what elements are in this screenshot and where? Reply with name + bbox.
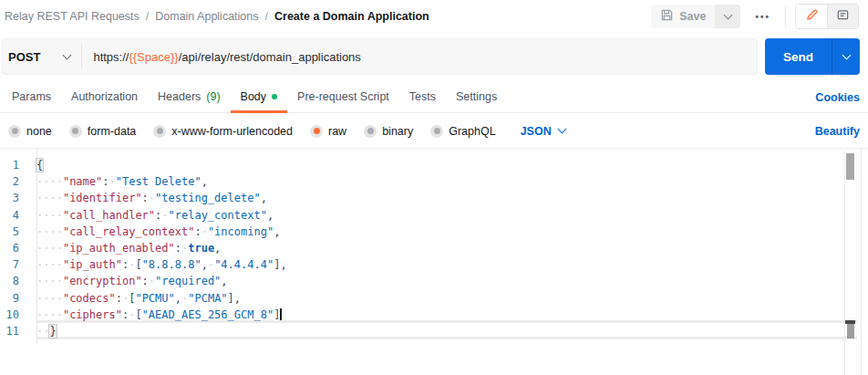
chevron-down-icon bbox=[724, 10, 733, 19]
tab-params[interactable]: Params bbox=[2, 82, 61, 113]
line-number: 1 bbox=[0, 157, 30, 173]
topbar-divider bbox=[785, 5, 786, 27]
code-line[interactable]: 4····"call_handler":·"relay_context", bbox=[0, 207, 868, 224]
code-line[interactable]: 9····"codecs":·["PCMU",·"PCMA"], bbox=[0, 290, 868, 307]
code-line[interactable]: 11··} bbox=[0, 323, 868, 339]
overview-cursor-marker-body bbox=[847, 324, 854, 339]
postman-request-window: Relay REST API Requests / Domain Applica… bbox=[0, 0, 868, 375]
code-content: ····"encryption":·"required", bbox=[30, 273, 228, 289]
save-button-group: Save bbox=[651, 5, 740, 28]
raw-format-label: JSON bbox=[521, 125, 552, 138]
radio-form-data[interactable]: form-data bbox=[69, 125, 137, 138]
edit-comment-group bbox=[795, 4, 859, 29]
tab-authorization[interactable]: Authorization bbox=[61, 82, 148, 113]
line-number: 7 bbox=[0, 256, 30, 273]
url-environment-variable: {{Space}} bbox=[129, 50, 178, 64]
code-line[interactable]: 6····"ip_auth_enabled":·true, bbox=[0, 240, 868, 256]
code-content: ····"name":·"Test Delete", bbox=[30, 173, 208, 190]
tab-label: Settings bbox=[456, 90, 497, 103]
save-options-button[interactable] bbox=[715, 5, 740, 28]
chevron-down-icon bbox=[557, 125, 566, 134]
line-number: 2 bbox=[0, 173, 30, 190]
tab-settings[interactable]: Settings bbox=[446, 82, 507, 113]
breadcrumb-separator: / bbox=[146, 10, 149, 23]
method-selector[interactable]: POST bbox=[3, 39, 81, 74]
body-type-options: none form-data x-www-form-urlencoded raw… bbox=[0, 114, 868, 149]
code-content: ····"ip_auth":·["8.8.8.8",·"4.4.4.4"], bbox=[30, 256, 287, 273]
radio-graphql[interactable]: GraphQL bbox=[430, 125, 495, 138]
code-line[interactable]: 1{ bbox=[0, 157, 868, 173]
request-bar: POST https://{{Space}}/api/relay/rest/do… bbox=[2, 38, 860, 75]
comment-icon bbox=[836, 8, 850, 26]
code-line[interactable]: 8····"encryption":·"required", bbox=[0, 273, 868, 289]
tab-label: Body bbox=[241, 90, 267, 103]
chevron-down-icon bbox=[63, 50, 72, 59]
code-line[interactable]: 10····"ciphers":·["AEAD_AES_256_GCM_8"] bbox=[0, 307, 868, 323]
send-options-button[interactable] bbox=[832, 38, 860, 75]
breadcrumb-folder[interactable]: Domain Applications bbox=[155, 10, 258, 23]
save-button[interactable]: Save bbox=[651, 5, 715, 28]
radio-label: GraphQL bbox=[449, 125, 495, 138]
save-icon bbox=[660, 8, 674, 25]
code-content: ··} bbox=[30, 323, 57, 339]
code-line[interactable]: 3····"identifier":·"testing_delete", bbox=[0, 190, 868, 206]
beautify-link[interactable]: Beautify bbox=[815, 125, 860, 138]
comments-button[interactable] bbox=[827, 5, 858, 28]
cookies-link[interactable]: Cookies bbox=[815, 91, 860, 104]
chevron-down-icon bbox=[842, 50, 851, 59]
tab-body[interactable]: Body bbox=[231, 82, 288, 113]
edit-request-button[interactable] bbox=[796, 5, 827, 28]
radio-label: binary bbox=[382, 125, 413, 138]
code-content: ····"identifier":·"testing_delete", bbox=[30, 190, 267, 206]
radio-icon bbox=[153, 125, 166, 138]
radio-label: form-data bbox=[88, 125, 137, 138]
line-number: 3 bbox=[0, 190, 30, 206]
line-number: 11 bbox=[0, 323, 30, 339]
url-bar: POST https://{{Space}}/api/relay/rest/do… bbox=[2, 38, 758, 75]
radio-icon bbox=[430, 125, 443, 138]
url-prefix: https:// bbox=[93, 50, 129, 64]
tab-label: Params bbox=[12, 90, 51, 103]
line-number: 6 bbox=[0, 240, 30, 256]
radio-binary[interactable]: binary bbox=[364, 125, 413, 138]
line-number: 8 bbox=[0, 273, 30, 289]
scrollbar-thumb[interactable] bbox=[846, 153, 854, 180]
tab-tests[interactable]: Tests bbox=[399, 82, 446, 113]
body-modified-dot bbox=[272, 94, 277, 99]
code-line[interactable]: 7····"ip_auth":·["8.8.8.8",·"4.4.4.4"], bbox=[0, 256, 868, 273]
radio-icon bbox=[8, 125, 21, 138]
text-cursor bbox=[280, 308, 282, 320]
tab-headers[interactable]: Headers(9) bbox=[148, 82, 231, 113]
tab-pre-request-script[interactable]: Pre-request Script bbox=[287, 82, 399, 113]
line-number: 10 bbox=[0, 307, 30, 323]
scrollbar-track[interactable] bbox=[844, 151, 845, 375]
send-button[interactable]: Send bbox=[765, 38, 832, 75]
code-line[interactable]: 2····"name":·"Test Delete", bbox=[0, 173, 868, 190]
radio-icon bbox=[69, 125, 82, 138]
code-content: ····"call_handler":·"relay_context", bbox=[30, 207, 274, 224]
radio-label: x-www-form-urlencoded bbox=[171, 125, 293, 138]
url-input[interactable]: https://{{Space}}/api/relay/rest/domain_… bbox=[82, 50, 371, 64]
topbar: Relay REST API Requests / Domain Applica… bbox=[0, 0, 868, 31]
breadcrumb-separator: / bbox=[265, 10, 268, 23]
radio-raw[interactable]: raw bbox=[310, 125, 346, 138]
radio-x-www-form-urlencoded[interactable]: x-www-form-urlencoded bbox=[153, 125, 293, 138]
body-code-editor[interactable]: 1{2····"name":·"Test Delete",3····"ident… bbox=[0, 149, 868, 375]
tab-label: Pre-request Script bbox=[297, 90, 389, 103]
line-number: 9 bbox=[0, 290, 30, 307]
code-line[interactable]: 5····"call_relay_context":·"incoming", bbox=[0, 224, 868, 240]
more-options-button[interactable]: ••• bbox=[749, 8, 776, 26]
pencil-icon bbox=[805, 8, 819, 26]
radio-icon-selected bbox=[310, 125, 323, 138]
breadcrumb-collection[interactable]: Relay REST API Requests bbox=[5, 10, 140, 23]
raw-format-selector[interactable]: JSON bbox=[521, 125, 565, 138]
line-number: 5 bbox=[0, 224, 30, 240]
breadcrumb-request-name[interactable]: Create a Domain Application bbox=[274, 10, 429, 23]
send-button-group: Send bbox=[765, 38, 860, 75]
url-path: /api/relay/rest/domain_applications bbox=[179, 50, 361, 64]
topbar-actions: Save ••• bbox=[651, 4, 859, 29]
code-content: ····"ciphers":·["AEAD_AES_256_GCM_8"] bbox=[30, 307, 282, 323]
code-content: ····"call_relay_context":·"incoming", bbox=[30, 224, 280, 240]
radio-none[interactable]: none bbox=[8, 125, 52, 138]
code-content: ····"ip_auth_enabled":·true, bbox=[30, 240, 221, 256]
